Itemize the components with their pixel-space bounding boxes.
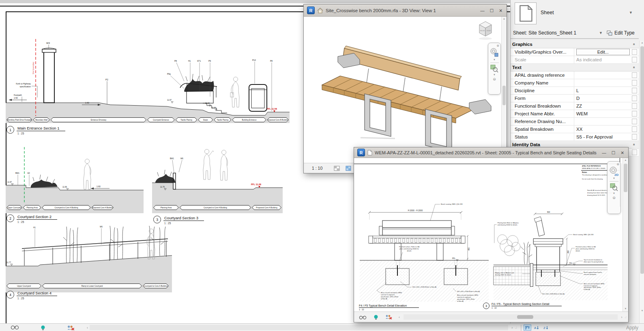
property-row[interactable]: Discipline L [511,87,639,95]
associate-param-box[interactable] [632,57,637,63]
steering-wheel-icon[interactable] [489,48,499,58]
scroll-up-arrow[interactable]: ▲ [623,159,628,161]
minimize-button[interactable]: — [480,8,485,13]
scroll-up-arrow[interactable]: ▲ [640,41,644,44]
associate-param-box[interactable] [632,119,637,124]
scroll-up-arrow[interactable]: ▲ [502,17,507,20]
property-value[interactable] [574,79,631,87]
property-value[interactable]: S5 - For Approval [574,133,631,141]
properties-scrollbar[interactable]: ▲ ▼ [639,41,644,331]
type-selector-icon-box[interactable] [515,2,537,24]
collapse-icon[interactable]: » [631,43,635,45]
detail-2-title[interactable]: 3 F4 / F5 - Typical Bench Seating Sectio… [483,303,562,309]
scroll-right-arrow[interactable]: › [511,326,513,330]
sort-descending-icon[interactable]: Z [542,325,550,331]
edit-type-button[interactable]: Edit Type [607,30,635,36]
associate-param-box[interactable] [632,88,637,93]
group-header-text[interactable]: Text » [511,64,639,71]
section-1-title[interactable]: 1 Main Entrance Section 1 1 : 25 [6,126,65,135]
vg-edit-button[interactable]: Edit... [576,49,630,55]
property-row[interactable]: Company Name [511,79,639,87]
bench-3d-viewport[interactable]: FRONT RIGHT ⊗ ▼ ▼ ⊖ [304,17,507,163]
zoom-icon[interactable] [490,64,499,73]
navbar-dropdown-icon[interactable]: ▼ [493,58,496,61]
scrollbar-thumb[interactable] [640,46,644,274]
associate-param-box[interactable] [632,149,637,155]
section-1-drawing[interactable]: Site boundary W3 Kerb to Highway specifi… [6,36,290,124]
section-3-title[interactable]: 3 Courtyard Section 3 1 : 25 [153,216,204,225]
window-titlebar[interactable]: R WEM-APA-ZZ-ZZ-M-L-00001_detached 20260… [354,147,628,158]
associate-param-box[interactable] [632,134,637,140]
property-value[interactable]: XX [574,125,631,133]
property-value[interactable] [574,71,631,79]
zoom-icon[interactable] [610,183,618,192]
horizontal-scrollbar[interactable] [90,325,508,330]
scroll-down-arrow[interactable]: ▼ [640,309,644,312]
minimize-button[interactable]: — [602,150,606,155]
scrollbar-thumb[interactable] [624,164,627,192]
maximize-button[interactable]: ☐ [612,150,615,155]
viewport-scrollbar[interactable]: ▲ [501,17,507,163]
property-row[interactable]: Form D [511,95,639,102]
property-row[interactable]: Project Name Abbr. WEM [511,110,639,118]
horizontal-scrollbar[interactable] [404,314,618,320]
worksharing-display-icon[interactable] [67,325,75,331]
associate-param-box[interactable] [632,111,637,117]
navbar-minimize-icon[interactable]: ⊖ [493,77,496,81]
scroll-left-arrow[interactable]: ‹ [396,315,402,319]
property-value[interactable]: WEM [574,110,631,117]
window-titlebar[interactable]: R Site_Crosswise bench 2000mm.rfa - 3D V… [304,4,507,17]
section-3-drawing[interactable]: BW1 W6 11.75 FFL 11.26 [152,145,283,214]
group-header-graphics[interactable]: Graphics » [511,41,639,48]
apply-button[interactable]: Apply [626,325,638,331]
instance-selector[interactable]: Sheet: Site Sections_Sheet 1 [513,30,598,36]
navbar-dropdown-icon[interactable]: ▼ [613,177,615,180]
worksharing-display-icon[interactable] [385,314,392,320]
temporary-view-lightbulb-icon[interactable] [41,325,45,331]
property-row[interactable]: Status S5 - For Approval [511,133,639,141]
view-scale[interactable]: 1 : 10 [312,166,322,171]
viewport-scrollbar[interactable]: ▲ ▼ [623,158,628,312]
property-value[interactable] [574,118,631,125]
sheet-20005-viewport[interactable]: APAL FILE REFERENCE WEM-APA-ZZ-XX-DR-L-2… [354,158,628,312]
instance-dropdown-arrow[interactable]: ▼ [599,31,603,35]
navbar-dropdown-icon[interactable]: ▼ [613,192,615,195]
property-value[interactable]: L [574,87,631,94]
steering-wheel-2d-icon[interactable]: 2D [609,166,619,177]
reveal-hidden-icon[interactable] [359,315,367,320]
associate-param-box[interactable] [632,103,637,109]
resize-grip[interactable]: .: [625,315,627,319]
associate-param-box[interactable] [632,95,637,101]
associate-param-box[interactable] [632,126,637,132]
scroll-left-arrow[interactable]: ‹ [87,326,88,330]
section-2-title[interactable]: 2 Courtyard Section 2 1 : 25 [6,214,57,223]
scrollbar-thumb[interactable] [502,86,506,105]
close-button[interactable]: ✕ [620,150,624,155]
sort-icon[interactable] [524,325,531,331]
navbar-close-icon[interactable]: ⊗ [496,44,499,48]
reveal-hidden-icon[interactable] [11,325,19,330]
maximize-button[interactable]: ☐ [490,8,494,13]
property-row[interactable]: Visibility/Graphics Over... Edit... [511,48,639,56]
scrollbar-thumb[interactable] [517,315,533,319]
sheet-20005-window[interactable]: R WEM-APA-ZZ-ZZ-M-L-00001_detached 20260… [354,147,629,322]
viewcube[interactable]: FRONT RIGHT [473,20,496,43]
property-row[interactable]: Reference Drawing Nu... [511,118,639,125]
property-value[interactable]: D [574,95,631,102]
property-row[interactable]: APAL drawing reference [511,71,639,79]
navbar-close-icon[interactable]: ⊗ [616,162,619,166]
associate-param-box[interactable] [632,80,637,86]
property-row[interactable]: Spatial Breakdown XX [511,125,639,133]
property-row[interactable]: Functional Breakdown ZZ [511,102,639,110]
scroll-right-arrow[interactable]: › [619,315,625,319]
property-row[interactable]: Scale As indicated [511,56,639,64]
visual-style-icon[interactable] [346,166,351,171]
sort-ascending-icon[interactable]: A [533,325,541,331]
section-4-title[interactable]: 4 Courtyard Section 4 1 : 25 [6,291,57,300]
scroll-down-arrow[interactable]: ▼ [623,307,628,310]
property-value[interactable]: ZZ [574,102,631,110]
navbar-dropdown-icon[interactable]: ▼ [493,74,496,76]
navbar-minimize-icon[interactable]: ⊖ [612,196,616,200]
detail-1-title[interactable]: F4 / F5 Typical Bench Detail Elevation 1… [359,304,419,311]
section-4-drawing[interactable]: H1 W6 11.77 [6,224,172,293]
